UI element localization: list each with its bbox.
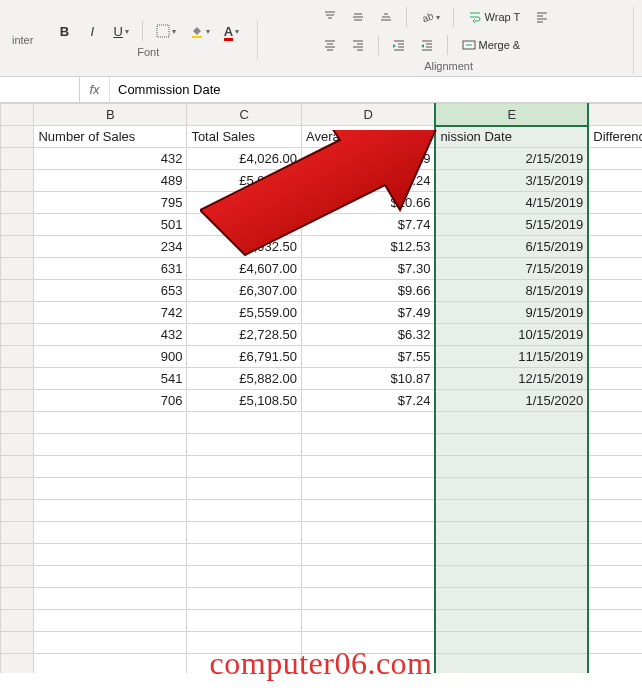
- cell[interactable]: [588, 324, 642, 346]
- cell[interactable]: [588, 522, 642, 544]
- cell[interactable]: £3,8 .00: [187, 214, 302, 236]
- cell[interactable]: [302, 632, 436, 654]
- cell[interactable]: 8/15/2019: [435, 280, 588, 302]
- cell[interactable]: [588, 170, 642, 192]
- cell[interactable]: [588, 544, 642, 566]
- cell[interactable]: [34, 500, 187, 522]
- cell[interactable]: $9.66: [302, 280, 436, 302]
- cell[interactable]: £5,108.50: [187, 390, 302, 412]
- cell[interactable]: $7.30: [302, 258, 436, 280]
- cell[interactable]: £6,307.00: [187, 280, 302, 302]
- cell[interactable]: [187, 456, 302, 478]
- cell[interactable]: [187, 566, 302, 588]
- decrease-indent-button[interactable]: [388, 34, 410, 56]
- cell[interactable]: [302, 544, 436, 566]
- font-color-button[interactable]: A ▾: [220, 20, 243, 42]
- cell[interactable]: [588, 236, 642, 258]
- cell[interactable]: [435, 434, 588, 456]
- cell[interactable]: £5,559.00: [187, 302, 302, 324]
- cell[interactable]: [435, 654, 588, 674]
- fx-button[interactable]: fx: [80, 77, 110, 102]
- align-top-button[interactable]: [319, 6, 341, 28]
- cell[interactable]: [34, 522, 187, 544]
- cell[interactable]: [34, 434, 187, 456]
- cell[interactable]: [187, 654, 302, 674]
- cell[interactable]: 742: [34, 302, 187, 324]
- cell[interactable]: 11/15/2019: [435, 346, 588, 368]
- cell[interactable]: 489: [34, 170, 187, 192]
- row-header[interactable]: [1, 302, 34, 324]
- cell[interactable]: 2/15/2019: [435, 148, 588, 170]
- cell[interactable]: [588, 390, 642, 412]
- cell[interactable]: $6.32: [302, 324, 436, 346]
- row-header[interactable]: [1, 544, 34, 566]
- cell[interactable]: [588, 412, 642, 434]
- cell[interactable]: 5/15/2019: [435, 214, 588, 236]
- increase-indent-button[interactable]: [416, 34, 438, 56]
- cell[interactable]: [588, 148, 642, 170]
- wrap-text-button[interactable]: Wrap T: [463, 6, 526, 28]
- align-left-button[interactable]: [531, 6, 553, 28]
- row-header[interactable]: [1, 258, 34, 280]
- cell[interactable]: [588, 368, 642, 390]
- row-header[interactable]: [1, 566, 34, 588]
- row-header[interactable]: [1, 632, 34, 654]
- row-header[interactable]: [1, 456, 34, 478]
- cell[interactable]: $10.87: [302, 368, 436, 390]
- column-header-c[interactable]: C: [187, 104, 302, 126]
- row-header[interactable]: [1, 412, 34, 434]
- cell[interactable]: [588, 500, 642, 522]
- cell[interactable]: [588, 610, 642, 632]
- cell[interactable]: 541: [34, 368, 187, 390]
- cell[interactable]: [588, 192, 642, 214]
- cell[interactable]: [435, 588, 588, 610]
- cell[interactable]: [588, 258, 642, 280]
- cell[interactable]: $12.53: [302, 236, 436, 258]
- italic-button[interactable]: I: [81, 20, 103, 42]
- cell[interactable]: £5,006.50: [187, 170, 302, 192]
- bold-button[interactable]: B: [53, 20, 75, 42]
- row-header[interactable]: [1, 192, 34, 214]
- cell[interactable]: [435, 522, 588, 544]
- cell[interactable]: [34, 632, 187, 654]
- cell[interactable]: [588, 346, 642, 368]
- row-header[interactable]: [1, 346, 34, 368]
- cell[interactable]: [588, 632, 642, 654]
- column-header-d[interactable]: D: [302, 104, 436, 126]
- cell[interactable]: [187, 434, 302, 456]
- cell[interactable]: 1/15/2020: [435, 390, 588, 412]
- cell[interactable]: [302, 500, 436, 522]
- cell[interactable]: [588, 566, 642, 588]
- cell[interactable]: [302, 654, 436, 674]
- cell[interactable]: [588, 588, 642, 610]
- cell[interactable]: [187, 610, 302, 632]
- cell[interactable]: 706: [34, 390, 187, 412]
- row-header[interactable]: [1, 610, 34, 632]
- fill-color-button[interactable]: ▾: [186, 20, 214, 42]
- cell[interactable]: nission Date: [435, 126, 588, 148]
- cell[interactable]: $7.55: [302, 346, 436, 368]
- cell[interactable]: [588, 434, 642, 456]
- cell[interactable]: 7/15/2019: [435, 258, 588, 280]
- cell[interactable]: [34, 566, 187, 588]
- cell[interactable]: [302, 456, 436, 478]
- cell[interactable]: £8,474.50: [187, 192, 302, 214]
- cell[interactable]: [302, 522, 436, 544]
- cell[interactable]: 432: [34, 148, 187, 170]
- cell[interactable]: 234: [34, 236, 187, 258]
- cell[interactable]: $10.24: [302, 170, 436, 192]
- cell[interactable]: [588, 456, 642, 478]
- cell[interactable]: [34, 588, 187, 610]
- cell[interactable]: Number of Sales: [34, 126, 187, 148]
- orientation-button[interactable]: ab▾: [416, 6, 444, 28]
- row-header[interactable]: [1, 434, 34, 456]
- cell[interactable]: [588, 302, 642, 324]
- column-header-f[interactable]: F: [588, 104, 642, 126]
- cell[interactable]: Total Sales: [187, 126, 302, 148]
- cell[interactable]: [187, 522, 302, 544]
- cell[interactable]: 6/15/2019: [435, 236, 588, 258]
- cell[interactable]: $7.49: [302, 302, 436, 324]
- cell[interactable]: [588, 214, 642, 236]
- cell[interactable]: [302, 434, 436, 456]
- cell[interactable]: £5,882.00: [187, 368, 302, 390]
